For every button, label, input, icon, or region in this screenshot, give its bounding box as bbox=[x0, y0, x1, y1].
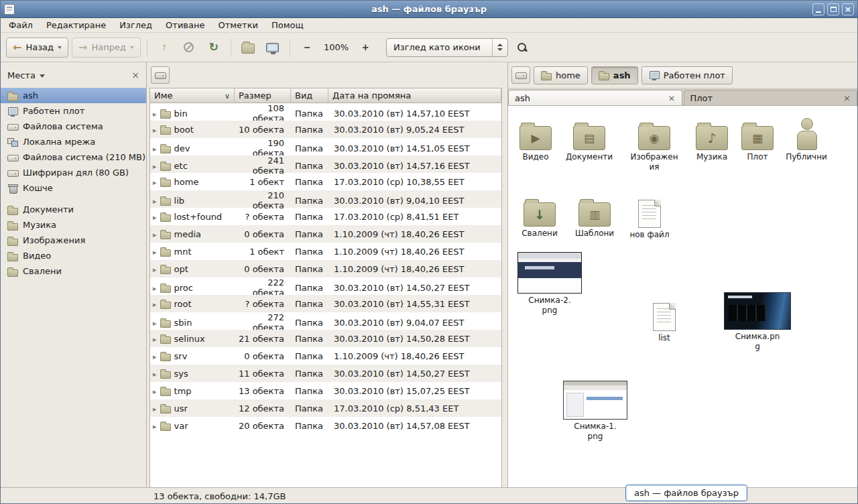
sidebar-place-item[interactable]: ash bbox=[1, 88, 146, 103]
file-row[interactable]: dev 190 обекта Папка 30.03.2010 (вт) 14,… bbox=[150, 138, 501, 155]
breadcrumb-button[interactable]: home bbox=[534, 66, 588, 84]
zoom-out-button[interactable]: − bbox=[296, 38, 318, 58]
breadcrumb-button[interactable]: ash bbox=[591, 66, 638, 84]
file-row[interactable]: tmp 13 обекта Папка 30.03.2010 (вт) 15,0… bbox=[150, 382, 501, 399]
close-button[interactable]: × bbox=[842, 3, 854, 15]
file-row[interactable]: proc 222 обекта Папка 30.03.2010 (вт) 14… bbox=[150, 277, 501, 295]
icon-view-canvas[interactable]: Видео Документи bbox=[508, 106, 857, 487]
sidebar-place-item[interactable]: Шифриран дял (80 GB) bbox=[1, 165, 146, 180]
icon-view-item[interactable]: Свалени bbox=[513, 190, 566, 239]
file-row[interactable]: opt 0 обекта Папка 1.10.2009 (чт) 18,40,… bbox=[150, 260, 501, 277]
expander-icon[interactable] bbox=[153, 299, 157, 309]
window-menu-icon[interactable] bbox=[4, 4, 15, 15]
column-header-modified[interactable]: Дата на промяна bbox=[328, 88, 501, 103]
expander-icon[interactable] bbox=[153, 212, 157, 222]
expander-icon[interactable] bbox=[153, 109, 157, 119]
view-mode-select[interactable]: Изглед като икони bbox=[386, 38, 508, 57]
breadcrumb-button[interactable]: Работен плот bbox=[641, 66, 733, 84]
menu-item[interactable]: Редактиране bbox=[40, 18, 113, 32]
icon-view-item[interactable]: Изображения bbox=[628, 114, 680, 172]
minimize-button[interactable] bbox=[812, 3, 824, 15]
icon-view-item[interactable]: Снимка.png bbox=[723, 286, 792, 352]
home-button[interactable] bbox=[237, 38, 259, 58]
expander-icon[interactable] bbox=[153, 386, 157, 396]
file-row[interactable]: selinux 21 обекта Папка 30.03.2010 (вт) … bbox=[150, 330, 501, 347]
expander-icon[interactable] bbox=[153, 264, 157, 274]
file-row[interactable]: etc 241 обекта Папка 30.03.2010 (вт) 14,… bbox=[150, 155, 501, 173]
icon-view-item[interactable]: Документи bbox=[563, 114, 615, 162]
expander-icon[interactable] bbox=[153, 161, 157, 171]
sidebar-bookmark-item[interactable]: Музика bbox=[1, 217, 146, 233]
expander-icon[interactable] bbox=[153, 125, 157, 135]
column-header-type[interactable]: Вид bbox=[291, 88, 328, 103]
reload-button[interactable] bbox=[203, 38, 225, 58]
file-row[interactable]: srv 0 обекта Папка 1.10.2009 (чт) 18,40,… bbox=[150, 347, 501, 365]
file-row[interactable]: lib 210 обекта Папка 30.03.2010 (вт) 9,0… bbox=[150, 190, 501, 208]
expander-icon[interactable] bbox=[153, 318, 157, 328]
icon-view-item[interactable]: Публични bbox=[780, 114, 833, 162]
sidebar-close-icon[interactable] bbox=[131, 70, 139, 80]
menu-item[interactable]: Помощ bbox=[265, 18, 310, 32]
breadcrumb-root-button[interactable] bbox=[511, 66, 530, 84]
up-button[interactable] bbox=[154, 38, 175, 58]
stop-button[interactable] bbox=[178, 38, 200, 58]
file-row[interactable]: bin 108 обекта Папка 30.03.2010 (вт) 14,… bbox=[150, 103, 501, 121]
sidebar-bookmark-item[interactable]: Документи bbox=[1, 202, 146, 217]
expander-icon[interactable] bbox=[153, 334, 157, 344]
file-row[interactable]: media 0 обекта Папка 1.10.2009 (чт) 18,4… bbox=[150, 225, 501, 243]
file-row[interactable]: var 20 обекта Папка 30.03.2010 (вт) 14,5… bbox=[150, 417, 501, 434]
expander-icon[interactable] bbox=[153, 196, 157, 206]
sidebar-place-item[interactable]: Файлова система bbox=[1, 119, 146, 134]
sidebar-bookmark-item[interactable]: Изображения bbox=[1, 233, 146, 248]
icon-view-item[interactable]: Снимка-2.png bbox=[515, 249, 585, 316]
icon-view-item[interactable]: list bbox=[638, 295, 690, 343]
pane-tab[interactable]: ash bbox=[508, 90, 682, 105]
file-row[interactable]: sbin 272 обекта Папка 30.03.2010 (вт) 9,… bbox=[150, 312, 501, 330]
expander-icon[interactable] bbox=[153, 229, 157, 239]
expander-icon[interactable] bbox=[153, 421, 157, 431]
sidebar-selector-icon[interactable] bbox=[40, 74, 45, 78]
pane-splitter[interactable] bbox=[502, 62, 508, 487]
file-row[interactable]: home 1 обект Папка 17.03.2010 (ср) 10,38… bbox=[150, 173, 501, 190]
icon-view-item[interactable]: Снимка-1.png bbox=[560, 375, 630, 442]
expander-icon[interactable] bbox=[153, 247, 157, 257]
sidebar-place-item[interactable]: Кошче bbox=[1, 180, 146, 196]
forward-button[interactable]: Напред bbox=[72, 38, 141, 58]
expander-icon[interactable] bbox=[153, 351, 157, 361]
zoom-in-button[interactable]: + bbox=[355, 38, 376, 58]
expander-icon[interactable] bbox=[153, 403, 157, 414]
file-row[interactable]: lost+found ? обекта Папка 17.03.2010 (ср… bbox=[150, 208, 501, 225]
column-header-name[interactable]: Име bbox=[150, 88, 235, 103]
file-row[interactable]: usr 12 обекта Папка 17.03.2010 (ср) 8,51… bbox=[150, 399, 501, 417]
expander-icon[interactable] bbox=[153, 143, 157, 153]
file-row[interactable]: boot 10 обекта Папка 30.03.2010 (вт) 9,0… bbox=[150, 121, 501, 138]
icon-view-item[interactable]: Плот bbox=[731, 114, 784, 162]
sidebar-bookmark-item[interactable]: Видео bbox=[1, 248, 146, 263]
menu-item[interactable]: Файл bbox=[2, 18, 40, 32]
computer-button[interactable] bbox=[262, 38, 284, 58]
maximize-button[interactable] bbox=[827, 3, 839, 15]
expander-icon[interactable] bbox=[153, 369, 157, 379]
menu-item[interactable]: Отметки bbox=[211, 18, 264, 32]
column-header-size[interactable]: Размер bbox=[235, 88, 291, 103]
icon-view-item[interactable]: нов файл bbox=[623, 192, 676, 240]
icon-view-item[interactable]: Видео bbox=[509, 114, 562, 162]
sidebar-bookmark-item[interactable]: Свалени bbox=[1, 263, 146, 279]
tab-close-icon[interactable] bbox=[668, 94, 676, 103]
icon-view-item[interactable]: Музика bbox=[686, 114, 738, 162]
icon-view-item[interactable]: Шаблони bbox=[568, 190, 621, 239]
tab-close-icon[interactable] bbox=[843, 94, 851, 103]
expander-icon[interactable] bbox=[153, 177, 157, 187]
file-row[interactable]: mnt 1 обект Папка 1.10.2009 (чт) 18,40,2… bbox=[150, 243, 501, 260]
back-button[interactable]: Назад bbox=[6, 38, 68, 58]
file-row[interactable]: root ? обекта Папка 30.03.2010 (вт) 14,5… bbox=[150, 295, 501, 312]
file-row[interactable]: sys 11 обекта Папка 30.03.2010 (вт) 14,5… bbox=[150, 365, 501, 382]
menu-item[interactable]: Изглед bbox=[113, 18, 159, 32]
sidebar-place-item[interactable]: Файлова система (210 MB) bbox=[1, 149, 146, 165]
pane-root-button[interactable] bbox=[151, 66, 170, 84]
sidebar-place-item[interactable]: Локална мрежа bbox=[1, 134, 146, 149]
search-button[interactable] bbox=[511, 38, 533, 58]
menu-item[interactable]: Отиване bbox=[159, 18, 211, 32]
taskbar-window-button[interactable]: ash — файлов браузър bbox=[625, 485, 747, 501]
expander-icon[interactable] bbox=[153, 283, 157, 293]
